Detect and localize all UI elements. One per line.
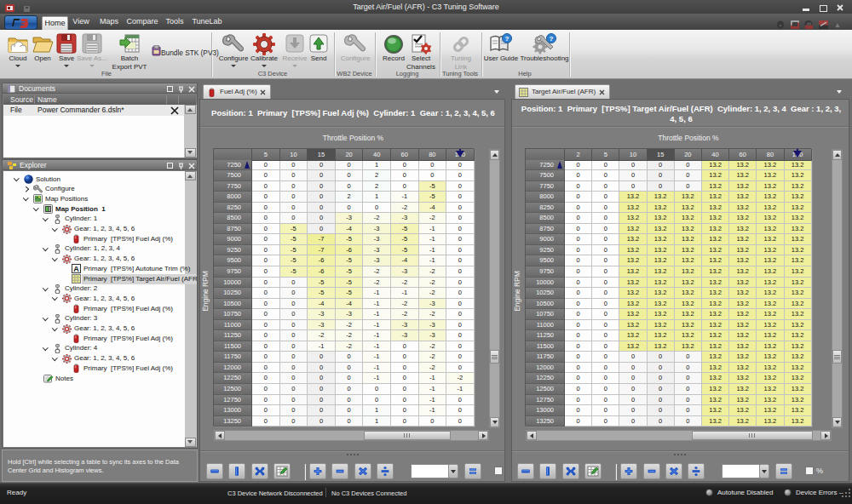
svg-text:?: ? [550,35,554,43]
svg-text:?: ? [505,35,509,43]
svg-text:A: A [73,265,79,273]
